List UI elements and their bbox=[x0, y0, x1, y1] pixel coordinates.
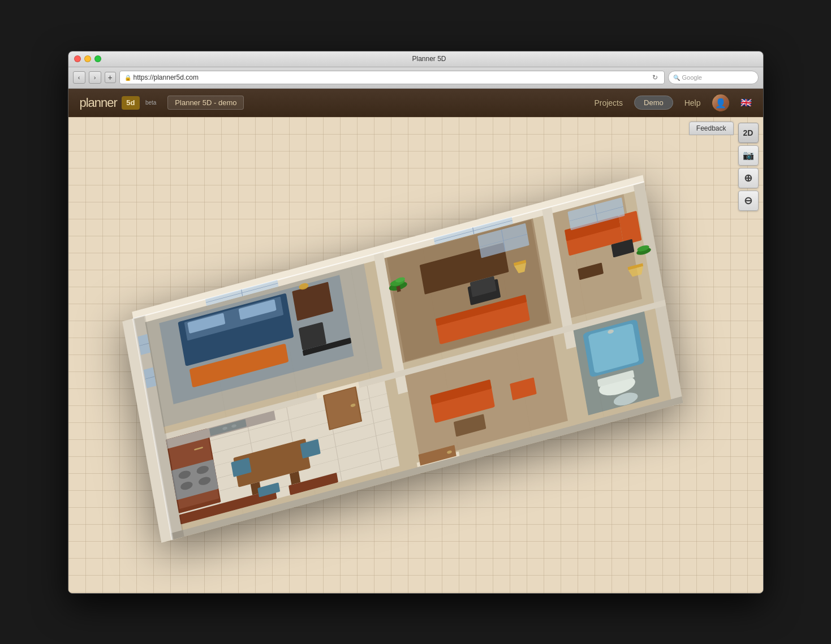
beta-badge: beta bbox=[145, 100, 156, 106]
screenshot-button[interactable]: 📷 bbox=[738, 145, 759, 166]
help-nav-link[interactable]: Help bbox=[684, 98, 701, 107]
zoom-in-button[interactable]: ⊕ bbox=[738, 168, 759, 188]
lock-icon: 🔒 bbox=[124, 75, 131, 81]
app-header: planner 5d beta Planner 5D - demo Projec… bbox=[68, 89, 763, 117]
forward-button[interactable]: › bbox=[89, 71, 101, 84]
header-nav: Projects Demo Help 🇬🇧 bbox=[594, 94, 751, 111]
logo-5d-badge: 5d bbox=[122, 96, 140, 110]
back-button[interactable]: ‹ bbox=[73, 71, 85, 84]
search-placeholder: Google bbox=[682, 74, 702, 81]
side-toolbar: 2D 📷 ⊕ ⊖ bbox=[738, 123, 759, 211]
title-bar: Planner 5D bbox=[68, 51, 763, 67]
zoom-in-icon: ⊕ bbox=[744, 172, 752, 184]
floorplan-container bbox=[80, 134, 729, 582]
window-title: Planner 5D bbox=[101, 55, 757, 63]
logo-area: planner 5d beta bbox=[80, 96, 157, 110]
window-controls bbox=[74, 55, 101, 62]
search-icon: 🔍 bbox=[673, 75, 680, 81]
svg-rect-90 bbox=[289, 471, 300, 485]
projects-nav-link[interactable]: Projects bbox=[594, 98, 623, 107]
feedback-button[interactable]: Feedback bbox=[689, 122, 734, 135]
zoom-out-icon: ⊖ bbox=[744, 195, 752, 207]
logo-text: planner bbox=[80, 96, 117, 110]
main-content: Feedback 2D 📷 ⊕ ⊖ bbox=[68, 117, 763, 593]
user-avatar[interactable] bbox=[712, 94, 729, 111]
minimize-button[interactable] bbox=[84, 55, 91, 62]
project-tab[interactable]: Planner 5D - demo bbox=[167, 96, 244, 110]
browser-toolbar: ‹ › + 🔒 https://planner5d.com ↻ 🔍 Google bbox=[68, 67, 763, 89]
mac-window: Planner 5D ‹ › + 🔒 https://planner5d.com… bbox=[68, 51, 764, 594]
view-2d-button[interactable]: 2D bbox=[738, 123, 759, 143]
camera-icon: 📷 bbox=[743, 150, 754, 161]
refresh-button[interactable]: ↻ bbox=[651, 73, 660, 82]
language-flag-icon[interactable]: 🇬🇧 bbox=[740, 97, 752, 108]
demo-nav-button[interactable]: Demo bbox=[634, 96, 673, 110]
search-bar[interactable]: 🔍 Google bbox=[668, 71, 759, 84]
close-button[interactable] bbox=[74, 55, 81, 62]
zoom-out-button[interactable]: ⊖ bbox=[738, 191, 759, 211]
avatar-image bbox=[712, 94, 729, 111]
url-bar[interactable]: 🔒 https://planner5d.com ↻ bbox=[119, 71, 665, 84]
add-tab-button[interactable]: + bbox=[105, 72, 116, 83]
url-text: https://planner5d.com bbox=[134, 74, 648, 81]
floorplan-svg bbox=[93, 140, 716, 576]
maximize-button[interactable] bbox=[94, 55, 101, 62]
